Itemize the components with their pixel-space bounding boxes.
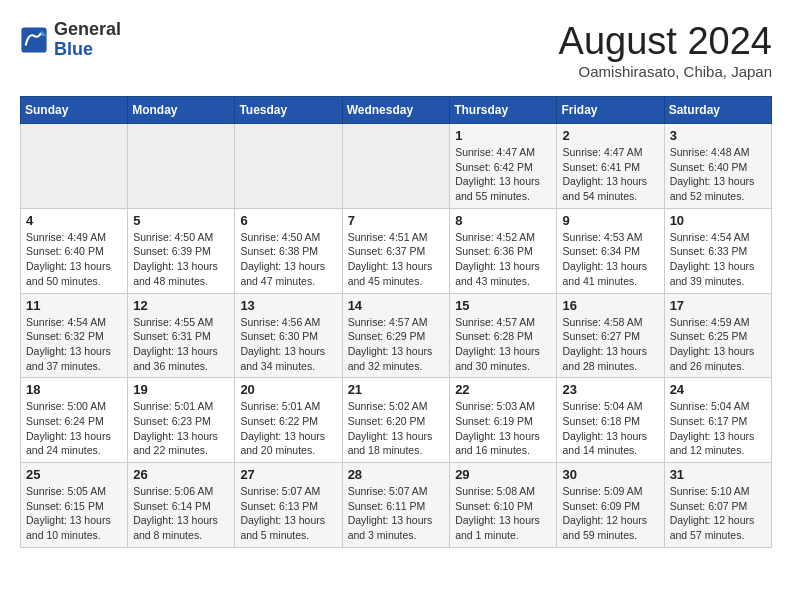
calendar-cell: 15Sunrise: 4:57 AM Sunset: 6:28 PM Dayli… <box>450 293 557 378</box>
calendar-cell: 4Sunrise: 4:49 AM Sunset: 6:40 PM Daylig… <box>21 208 128 293</box>
calendar-cell: 8Sunrise: 4:52 AM Sunset: 6:36 PM Daylig… <box>450 208 557 293</box>
day-number: 14 <box>348 298 445 313</box>
day-info: Sunrise: 4:56 AM Sunset: 6:30 PM Dayligh… <box>240 315 336 374</box>
day-number: 17 <box>670 298 766 313</box>
day-number: 2 <box>562 128 658 143</box>
weekday-header-sunday: Sunday <box>21 97 128 124</box>
day-number: 3 <box>670 128 766 143</box>
weekday-header-row: SundayMondayTuesdayWednesdayThursdayFrid… <box>21 97 772 124</box>
day-info: Sunrise: 5:09 AM Sunset: 6:09 PM Dayligh… <box>562 484 658 543</box>
day-info: Sunrise: 5:04 AM Sunset: 6:18 PM Dayligh… <box>562 399 658 458</box>
day-number: 29 <box>455 467 551 482</box>
day-info: Sunrise: 5:03 AM Sunset: 6:19 PM Dayligh… <box>455 399 551 458</box>
day-info: Sunrise: 4:52 AM Sunset: 6:36 PM Dayligh… <box>455 230 551 289</box>
day-info: Sunrise: 4:55 AM Sunset: 6:31 PM Dayligh… <box>133 315 229 374</box>
day-number: 11 <box>26 298 122 313</box>
calendar-cell: 27Sunrise: 5:07 AM Sunset: 6:13 PM Dayli… <box>235 463 342 548</box>
day-number: 4 <box>26 213 122 228</box>
logo: General Blue <box>20 20 121 60</box>
calendar-cell: 28Sunrise: 5:07 AM Sunset: 6:11 PM Dayli… <box>342 463 450 548</box>
day-number: 7 <box>348 213 445 228</box>
weekday-header-friday: Friday <box>557 97 664 124</box>
calendar-cell: 16Sunrise: 4:58 AM Sunset: 6:27 PM Dayli… <box>557 293 664 378</box>
day-number: 28 <box>348 467 445 482</box>
calendar-cell: 25Sunrise: 5:05 AM Sunset: 6:15 PM Dayli… <box>21 463 128 548</box>
calendar-week-3: 11Sunrise: 4:54 AM Sunset: 6:32 PM Dayli… <box>21 293 772 378</box>
day-number: 31 <box>670 467 766 482</box>
day-info: Sunrise: 5:07 AM Sunset: 6:11 PM Dayligh… <box>348 484 445 543</box>
calendar-cell: 3Sunrise: 4:48 AM Sunset: 6:40 PM Daylig… <box>664 124 771 209</box>
weekday-header-tuesday: Tuesday <box>235 97 342 124</box>
day-info: Sunrise: 4:59 AM Sunset: 6:25 PM Dayligh… <box>670 315 766 374</box>
day-number: 8 <box>455 213 551 228</box>
calendar-cell <box>342 124 450 209</box>
day-number: 22 <box>455 382 551 397</box>
calendar-cell: 1Sunrise: 4:47 AM Sunset: 6:42 PM Daylig… <box>450 124 557 209</box>
calendar-cell: 7Sunrise: 4:51 AM Sunset: 6:37 PM Daylig… <box>342 208 450 293</box>
day-info: Sunrise: 5:02 AM Sunset: 6:20 PM Dayligh… <box>348 399 445 458</box>
calendar-cell: 22Sunrise: 5:03 AM Sunset: 6:19 PM Dayli… <box>450 378 557 463</box>
calendar-table: SundayMondayTuesdayWednesdayThursdayFrid… <box>20 96 772 548</box>
day-info: Sunrise: 4:57 AM Sunset: 6:28 PM Dayligh… <box>455 315 551 374</box>
day-info: Sunrise: 4:48 AM Sunset: 6:40 PM Dayligh… <box>670 145 766 204</box>
day-number: 10 <box>670 213 766 228</box>
day-info: Sunrise: 5:05 AM Sunset: 6:15 PM Dayligh… <box>26 484 122 543</box>
calendar-week-1: 1Sunrise: 4:47 AM Sunset: 6:42 PM Daylig… <box>21 124 772 209</box>
page-header: General Blue August 2024 Oamishirasato, … <box>20 20 772 80</box>
calendar-cell: 14Sunrise: 4:57 AM Sunset: 6:29 PM Dayli… <box>342 293 450 378</box>
day-number: 23 <box>562 382 658 397</box>
day-info: Sunrise: 5:04 AM Sunset: 6:17 PM Dayligh… <box>670 399 766 458</box>
calendar-cell: 24Sunrise: 5:04 AM Sunset: 6:17 PM Dayli… <box>664 378 771 463</box>
day-number: 20 <box>240 382 336 397</box>
calendar-cell <box>128 124 235 209</box>
calendar-cell: 30Sunrise: 5:09 AM Sunset: 6:09 PM Dayli… <box>557 463 664 548</box>
calendar-cell: 29Sunrise: 5:08 AM Sunset: 6:10 PM Dayli… <box>450 463 557 548</box>
calendar-cell: 2Sunrise: 4:47 AM Sunset: 6:41 PM Daylig… <box>557 124 664 209</box>
day-number: 18 <box>26 382 122 397</box>
day-number: 25 <box>26 467 122 482</box>
calendar-week-2: 4Sunrise: 4:49 AM Sunset: 6:40 PM Daylig… <box>21 208 772 293</box>
day-info: Sunrise: 4:47 AM Sunset: 6:42 PM Dayligh… <box>455 145 551 204</box>
calendar-cell: 31Sunrise: 5:10 AM Sunset: 6:07 PM Dayli… <box>664 463 771 548</box>
calendar-cell: 12Sunrise: 4:55 AM Sunset: 6:31 PM Dayli… <box>128 293 235 378</box>
day-info: Sunrise: 5:01 AM Sunset: 6:22 PM Dayligh… <box>240 399 336 458</box>
day-info: Sunrise: 5:00 AM Sunset: 6:24 PM Dayligh… <box>26 399 122 458</box>
day-info: Sunrise: 5:10 AM Sunset: 6:07 PM Dayligh… <box>670 484 766 543</box>
day-number: 5 <box>133 213 229 228</box>
day-info: Sunrise: 4:54 AM Sunset: 6:33 PM Dayligh… <box>670 230 766 289</box>
calendar-cell: 17Sunrise: 4:59 AM Sunset: 6:25 PM Dayli… <box>664 293 771 378</box>
weekday-header-thursday: Thursday <box>450 97 557 124</box>
day-number: 16 <box>562 298 658 313</box>
day-info: Sunrise: 5:01 AM Sunset: 6:23 PM Dayligh… <box>133 399 229 458</box>
calendar-cell: 13Sunrise: 4:56 AM Sunset: 6:30 PM Dayli… <box>235 293 342 378</box>
day-info: Sunrise: 4:54 AM Sunset: 6:32 PM Dayligh… <box>26 315 122 374</box>
day-number: 6 <box>240 213 336 228</box>
calendar-cell: 20Sunrise: 5:01 AM Sunset: 6:22 PM Dayli… <box>235 378 342 463</box>
calendar-subtitle: Oamishirasato, Chiba, Japan <box>559 63 772 80</box>
weekday-header-monday: Monday <box>128 97 235 124</box>
day-number: 24 <box>670 382 766 397</box>
day-info: Sunrise: 4:57 AM Sunset: 6:29 PM Dayligh… <box>348 315 445 374</box>
weekday-header-wednesday: Wednesday <box>342 97 450 124</box>
day-number: 13 <box>240 298 336 313</box>
day-number: 26 <box>133 467 229 482</box>
calendar-cell: 9Sunrise: 4:53 AM Sunset: 6:34 PM Daylig… <box>557 208 664 293</box>
day-info: Sunrise: 4:58 AM Sunset: 6:27 PM Dayligh… <box>562 315 658 374</box>
day-number: 12 <box>133 298 229 313</box>
calendar-cell: 26Sunrise: 5:06 AM Sunset: 6:14 PM Dayli… <box>128 463 235 548</box>
day-info: Sunrise: 4:51 AM Sunset: 6:37 PM Dayligh… <box>348 230 445 289</box>
logo-blue-text: Blue <box>54 39 93 59</box>
calendar-cell: 18Sunrise: 5:00 AM Sunset: 6:24 PM Dayli… <box>21 378 128 463</box>
day-info: Sunrise: 4:53 AM Sunset: 6:34 PM Dayligh… <box>562 230 658 289</box>
day-number: 27 <box>240 467 336 482</box>
svg-rect-0 <box>21 27 46 52</box>
calendar-cell: 21Sunrise: 5:02 AM Sunset: 6:20 PM Dayli… <box>342 378 450 463</box>
calendar-body: 1Sunrise: 4:47 AM Sunset: 6:42 PM Daylig… <box>21 124 772 548</box>
day-info: Sunrise: 4:50 AM Sunset: 6:38 PM Dayligh… <box>240 230 336 289</box>
day-info: Sunrise: 4:47 AM Sunset: 6:41 PM Dayligh… <box>562 145 658 204</box>
calendar-cell <box>21 124 128 209</box>
day-info: Sunrise: 4:50 AM Sunset: 6:39 PM Dayligh… <box>133 230 229 289</box>
day-number: 1 <box>455 128 551 143</box>
calendar-cell <box>235 124 342 209</box>
calendar-title: August 2024 <box>559 20 772 63</box>
